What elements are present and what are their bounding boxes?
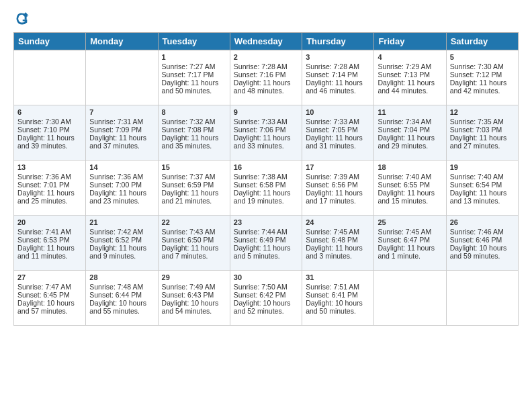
- daylight-text: Daylight: 11 hours and 7 minutes.: [162, 244, 226, 260]
- sunset-text: Sunset: 6:45 PM: [17, 291, 82, 299]
- calendar-cell: 8Sunrise: 7:32 AMSunset: 7:08 PMDaylight…: [158, 105, 230, 161]
- sunrise-text: Sunrise: 7:50 AM: [234, 283, 298, 291]
- calendar-cell: [86, 50, 158, 105]
- calendar-cell: 11Sunrise: 7:34 AMSunset: 7:04 PMDayligh…: [374, 105, 446, 161]
- calendar-cell: 30Sunrise: 7:50 AMSunset: 6:42 PMDayligh…: [230, 271, 302, 326]
- calendar-cell: 24Sunrise: 7:45 AMSunset: 6:48 PMDayligh…: [302, 216, 374, 271]
- day-number: 8: [162, 108, 226, 116]
- day-number: 27: [17, 273, 82, 281]
- sunset-text: Sunset: 7:16 PM: [234, 71, 298, 79]
- calendar-cell: 13Sunrise: 7:36 AMSunset: 7:01 PMDayligh…: [14, 161, 86, 216]
- calendar-week-row: 20Sunrise: 7:41 AMSunset: 6:53 PMDayligh…: [14, 216, 519, 271]
- calendar-cell: 23Sunrise: 7:44 AMSunset: 6:49 PMDayligh…: [230, 216, 302, 271]
- sunset-text: Sunset: 7:01 PM: [17, 181, 82, 189]
- daylight-text: Daylight: 11 hours and 25 minutes.: [17, 189, 82, 205]
- sunset-text: Sunset: 6:52 PM: [89, 236, 154, 244]
- day-number: 30: [234, 273, 298, 281]
- sunrise-text: Sunrise: 7:33 AM: [306, 118, 370, 126]
- day-number: 14: [89, 163, 154, 171]
- daylight-text: Daylight: 10 hours and 55 minutes.: [89, 299, 154, 315]
- sunrise-text: Sunrise: 7:34 AM: [378, 118, 442, 126]
- calendar-cell: 15Sunrise: 7:37 AMSunset: 6:59 PMDayligh…: [158, 161, 230, 216]
- sunset-text: Sunset: 6:47 PM: [378, 236, 442, 244]
- sunset-text: Sunset: 7:12 PM: [450, 71, 515, 79]
- day-number: 15: [162, 163, 226, 171]
- sunrise-text: Sunrise: 7:40 AM: [378, 173, 442, 181]
- day-number: 31: [306, 273, 370, 281]
- calendar-cell: 27Sunrise: 7:47 AMSunset: 6:45 PMDayligh…: [14, 271, 86, 326]
- sunset-text: Sunset: 7:05 PM: [306, 126, 370, 134]
- day-number: 25: [378, 218, 442, 226]
- sunrise-text: Sunrise: 7:38 AM: [234, 173, 298, 181]
- sunrise-text: Sunrise: 7:33 AM: [234, 118, 298, 126]
- daylight-text: Daylight: 11 hours and 48 minutes.: [234, 79, 298, 95]
- daylight-text: Daylight: 10 hours and 57 minutes.: [17, 299, 82, 315]
- daylight-text: Daylight: 11 hours and 37 minutes.: [89, 134, 154, 150]
- calendar-cell: 28Sunrise: 7:48 AMSunset: 6:44 PMDayligh…: [86, 271, 158, 326]
- day-number: 28: [89, 273, 154, 281]
- daylight-text: Daylight: 11 hours and 1 minute.: [378, 244, 442, 260]
- sunrise-text: Sunrise: 7:30 AM: [450, 62, 515, 71]
- calendar-cell: 17Sunrise: 7:39 AMSunset: 6:56 PMDayligh…: [302, 161, 374, 216]
- calendar-cell: 5Sunrise: 7:30 AMSunset: 7:12 PMDaylight…: [446, 50, 518, 105]
- calendar-cell: 1Sunrise: 7:27 AMSunset: 7:17 PMDaylight…: [158, 50, 230, 105]
- sunset-text: Sunset: 6:41 PM: [306, 291, 370, 299]
- day-number: 21: [89, 218, 154, 226]
- sunrise-text: Sunrise: 7:39 AM: [306, 173, 370, 181]
- calendar-cell: 7Sunrise: 7:31 AMSunset: 7:09 PMDaylight…: [86, 105, 158, 161]
- calendar-cell: 20Sunrise: 7:41 AMSunset: 6:53 PMDayligh…: [14, 216, 86, 271]
- daylight-text: Daylight: 11 hours and 46 minutes.: [306, 79, 370, 95]
- sunrise-text: Sunrise: 7:41 AM: [17, 228, 82, 236]
- sunrise-text: Sunrise: 7:35 AM: [450, 118, 515, 126]
- sunset-text: Sunset: 6:46 PM: [450, 236, 515, 244]
- sunset-text: Sunset: 7:17 PM: [162, 71, 226, 79]
- sunrise-text: Sunrise: 7:40 AM: [450, 173, 515, 181]
- logo: [13, 11, 30, 26]
- sunrise-text: Sunrise: 7:47 AM: [17, 283, 82, 291]
- sunset-text: Sunset: 7:14 PM: [306, 71, 370, 79]
- sunrise-text: Sunrise: 7:28 AM: [234, 62, 298, 71]
- calendar-cell: 3Sunrise: 7:28 AMSunset: 7:14 PMDaylight…: [302, 50, 374, 105]
- sunrise-text: Sunrise: 7:42 AM: [89, 228, 154, 236]
- day-number: 5: [450, 53, 515, 61]
- day-of-week-header: Sunday: [14, 33, 86, 50]
- sunset-text: Sunset: 6:48 PM: [306, 236, 370, 244]
- sunrise-text: Sunrise: 7:32 AM: [162, 118, 226, 126]
- logo-icon: [15, 11, 30, 26]
- calendar-cell: 16Sunrise: 7:38 AMSunset: 6:58 PMDayligh…: [230, 161, 302, 216]
- day-of-week-header: Saturday: [446, 33, 518, 50]
- header: [13, 11, 519, 26]
- day-of-week-header: Wednesday: [230, 33, 302, 50]
- calendar-cell: 6Sunrise: 7:30 AMSunset: 7:10 PMDaylight…: [14, 105, 86, 161]
- day-of-week-header: Thursday: [302, 33, 374, 50]
- daylight-text: Daylight: 11 hours and 19 minutes.: [234, 189, 298, 205]
- sunset-text: Sunset: 6:54 PM: [450, 181, 515, 189]
- daylight-text: Daylight: 10 hours and 54 minutes.: [162, 299, 226, 315]
- sunrise-text: Sunrise: 7:28 AM: [306, 62, 370, 71]
- sunset-text: Sunset: 6:58 PM: [234, 181, 298, 189]
- day-number: 22: [162, 218, 226, 226]
- daylight-text: Daylight: 11 hours and 33 minutes.: [234, 134, 298, 150]
- sunset-text: Sunset: 6:49 PM: [234, 236, 298, 244]
- sunset-text: Sunset: 7:06 PM: [234, 126, 298, 134]
- sunset-text: Sunset: 6:56 PM: [306, 181, 370, 189]
- day-number: 10: [306, 108, 370, 116]
- sunset-text: Sunset: 6:59 PM: [162, 181, 226, 189]
- calendar-header-row: SundayMondayTuesdayWednesdayThursdayFrid…: [14, 33, 519, 50]
- sunrise-text: Sunrise: 7:51 AM: [306, 283, 370, 291]
- sunrise-text: Sunrise: 7:37 AM: [162, 173, 226, 181]
- sunset-text: Sunset: 6:44 PM: [89, 291, 154, 299]
- sunrise-text: Sunrise: 7:45 AM: [306, 228, 370, 236]
- page: SundayMondayTuesdayWednesdayThursdayFrid…: [0, 0, 532, 411]
- calendar-cell: 9Sunrise: 7:33 AMSunset: 7:06 PMDaylight…: [230, 105, 302, 161]
- daylight-text: Daylight: 11 hours and 5 minutes.: [234, 244, 298, 260]
- calendar-week-row: 6Sunrise: 7:30 AMSunset: 7:10 PMDaylight…: [14, 105, 519, 161]
- daylight-text: Daylight: 10 hours and 50 minutes.: [306, 299, 370, 315]
- day-of-week-header: Friday: [374, 33, 446, 50]
- calendar-week-row: 27Sunrise: 7:47 AMSunset: 6:45 PMDayligh…: [14, 271, 519, 326]
- day-number: 20: [17, 218, 82, 226]
- sunrise-text: Sunrise: 7:49 AM: [162, 283, 226, 291]
- day-number: 29: [162, 273, 226, 281]
- day-number: 4: [378, 53, 442, 61]
- sunset-text: Sunset: 7:09 PM: [89, 126, 154, 134]
